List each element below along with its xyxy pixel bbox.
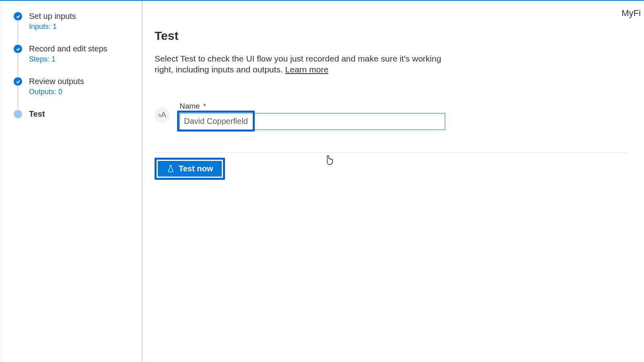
button-highlight: Test now	[155, 158, 225, 180]
step-test[interactable]: Test	[14, 109, 137, 119]
flask-icon	[167, 165, 175, 173]
step-title: Set up inputs	[29, 11, 137, 21]
text-field-icon: aA	[155, 107, 170, 123]
learn-more-link[interactable]: Learn more	[285, 65, 328, 74]
check-icon	[14, 77, 22, 86]
wizard-sidebar: Set up inputs Inputs: 1 Record and edit …	[2, 1, 142, 362]
main-panel: MyFi Test Select Test to check the UI fl…	[142, 1, 644, 362]
check-icon	[14, 45, 22, 53]
step-title: Review outputs	[29, 76, 137, 86]
name-input[interactable]	[180, 113, 445, 130]
page-header-clip: MyFi	[621, 8, 641, 19]
test-now-label: Test now	[179, 164, 213, 173]
name-label: Name *	[180, 102, 453, 111]
page-title: Test	[155, 29, 628, 43]
required-mark: *	[203, 103, 206, 110]
step-set-up-inputs[interactable]: Set up inputs Inputs: 1	[14, 11, 137, 44]
step-subtitle: Steps: 1	[29, 55, 137, 64]
step-subtitle: Inputs: 1	[29, 23, 137, 31]
step-record-edit[interactable]: Record and edit steps Steps: 1	[14, 44, 137, 76]
step-subtitle: Outputs: 0	[29, 88, 137, 96]
check-icon	[14, 12, 22, 21]
step-title: Test	[29, 109, 137, 119]
section-divider	[155, 152, 628, 153]
current-step-icon	[14, 110, 22, 118]
field-label-text: Name	[180, 102, 200, 110]
step-title: Record and edit steps	[29, 44, 137, 53]
step-review-outputs[interactable]: Review outputs Outputs: 0	[14, 76, 137, 109]
test-now-button[interactable]: Test now	[158, 161, 222, 177]
page-description: Select Test to check the UI flow you jus…	[155, 53, 452, 75]
